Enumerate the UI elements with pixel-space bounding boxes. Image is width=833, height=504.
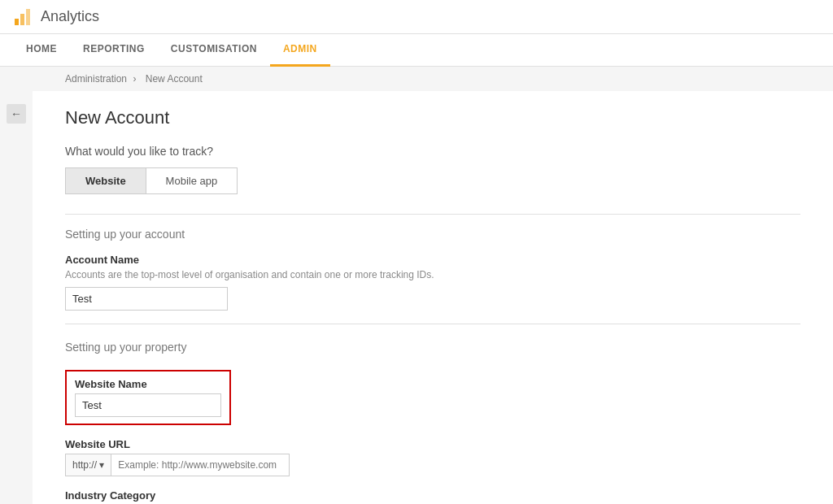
app-title: Analytics [41, 8, 99, 25]
track-question: What would you like to track? [65, 145, 800, 158]
sidebar-toggle-button[interactable]: ← [7, 104, 26, 124]
breadcrumb-separator: › [133, 73, 136, 85]
breadcrumb-current: New Account [146, 73, 203, 85]
nav-item-admin[interactable]: ADMIN [270, 34, 330, 67]
svg-rect-0 [15, 19, 19, 25]
account-name-input[interactable] [65, 287, 228, 311]
property-section: Setting up your property Website Name We… [65, 341, 800, 504]
svg-rect-1 [20, 14, 24, 25]
nav-item-reporting[interactable]: REPORTING [70, 34, 158, 67]
sidebar-toggle-area: ← [0, 91, 33, 504]
website-name-label: Website Name [75, 378, 221, 390]
nav-item-home[interactable]: HOME [13, 34, 70, 67]
url-protocol-dropdown[interactable]: http:// ▾ [65, 454, 111, 476]
main-content: New Account What would you like to track… [33, 91, 833, 504]
account-name-hint: Accounts are the top-most level of organ… [65, 269, 800, 280]
svg-rect-2 [26, 9, 30, 25]
website-name-input[interactable] [75, 393, 221, 417]
track-website-button[interactable]: Website [65, 167, 146, 194]
breadcrumb-parent[interactable]: Administration [65, 73, 127, 85]
account-name-row: Account Name Accounts are the top-most l… [65, 254, 800, 311]
nav-item-customisation[interactable]: CUSTOMISATION [158, 34, 270, 67]
industry-category-label: Industry Category [65, 489, 800, 502]
account-name-label: Account Name [65, 254, 800, 266]
industry-category-row: Industry Category Select One [65, 489, 800, 504]
top-header: Analytics [0, 0, 833, 34]
content-wrapper: ← New Account What would you like to tra… [0, 91, 833, 504]
website-name-highlight-box: Website Name [65, 370, 231, 425]
nav-bar: HOME REPORTING CUSTOMISATION ADMIN [0, 34, 833, 67]
account-section-heading: Setting up your account [65, 228, 800, 241]
page-title: New Account [65, 107, 800, 128]
track-mobileapp-button[interactable]: Mobile app [146, 167, 238, 194]
url-field: http:// ▾ [65, 454, 800, 476]
website-name-row: Website Name [65, 367, 800, 425]
breadcrumb: Administration › New Account [0, 67, 833, 91]
divider-1 [65, 214, 800, 215]
divider-2 [65, 324, 800, 324]
website-url-row: Website URL http:// ▾ [65, 438, 800, 476]
analytics-logo-icon [13, 7, 33, 27]
website-url-input[interactable] [111, 454, 290, 476]
track-type-buttons: Website Mobile app [65, 167, 800, 194]
website-url-label: Website URL [65, 438, 800, 450]
property-section-heading: Setting up your property [65, 341, 800, 354]
